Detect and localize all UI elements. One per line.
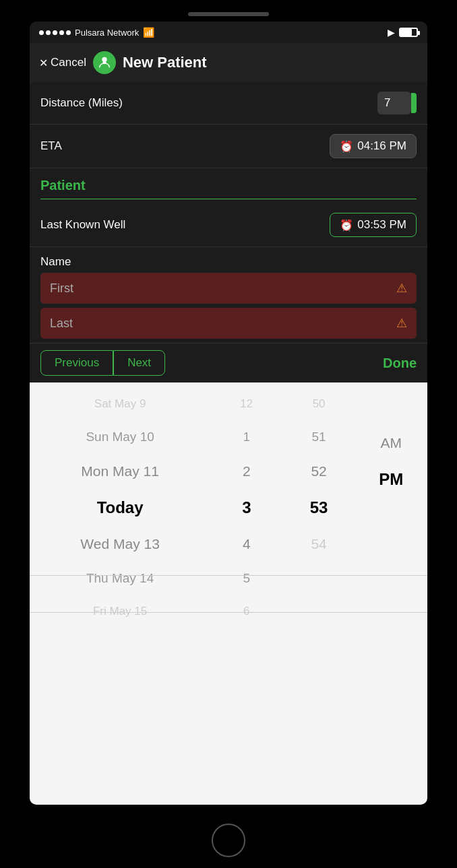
picker-hour-item[interactable]: 12 <box>210 382 282 420</box>
page-title: New Patient <box>123 54 207 71</box>
picker-ampm-item[interactable] <box>355 517 427 536</box>
dot1 <box>39 30 44 35</box>
eta-time-value: 04:16 PM <box>357 139 406 153</box>
picker-date-item[interactable]: Thu May 14 <box>30 562 210 595</box>
clock-icon-eta: ⏰ <box>340 140 353 153</box>
last-known-well-value: 03:53 PM <box>357 218 406 232</box>
picker-ampm-item[interactable] <box>355 536 427 555</box>
warning-icon-last: ⚠ <box>396 316 407 331</box>
dot3 <box>53 30 57 35</box>
distance-number: 7 <box>384 96 390 110</box>
picker-hour-item[interactable]: 2 <box>210 454 282 489</box>
status-right: ▶ <box>388 27 418 38</box>
next-button[interactable]: Next <box>113 350 165 376</box>
picker-selection-overlay <box>355 575 427 613</box>
picker-ampm-item[interactable]: AM <box>355 426 427 461</box>
name-label-text: Name <box>40 255 71 268</box>
location-arrow-icon: ▶ <box>388 27 395 38</box>
name-section-label: Name <box>30 247 427 273</box>
picker-hour-column[interactable]: 12 1 2 3 4 5 6 <box>210 382 282 805</box>
picker-minute-item[interactable] <box>282 580 355 599</box>
first-name-row: First ⚠ <box>30 273 427 308</box>
last-known-well-button[interactable]: ⏰ 03:53 PM <box>330 213 417 237</box>
picker-minute-column[interactable]: 50 51 52 53 54 <box>282 382 355 805</box>
picker-minute-item[interactable]: 50 <box>282 382 355 420</box>
warning-icon-first: ⚠ <box>396 281 407 296</box>
clock-icon-lkw: ⏰ <box>340 219 353 232</box>
picker-minute-item-selected[interactable]: 53 <box>282 489 355 527</box>
phone-frame: Pulsara Network 📶 ▶ ✕ Cancel <box>0 0 457 868</box>
last-name-row: Last ⚠ <box>30 308 427 343</box>
picker-hour-item[interactable]: 1 <box>210 420 282 454</box>
dot5 <box>66 30 71 35</box>
signal-dots <box>39 30 71 35</box>
first-name-input[interactable]: First ⚠ <box>40 273 417 304</box>
eta-time-button[interactable]: ⏰ 04:16 PM <box>330 134 417 158</box>
distance-green-bar <box>411 93 417 113</box>
phone-screen: Pulsara Network 📶 ▶ ✕ Cancel <box>30 22 427 805</box>
last-name-placeholder: Last <box>50 316 73 331</box>
picker-ampm-item-selected[interactable]: PM <box>355 461 427 498</box>
last-known-well-row: Last Known Well ⏰ 03:53 PM <box>30 203 427 247</box>
last-known-well-label: Last Known Well <box>40 218 125 232</box>
previous-button[interactable]: Previous <box>40 350 113 376</box>
last-name-input[interactable]: Last ⚠ <box>40 308 417 339</box>
bottom-toolbar: Previous Next Done <box>30 343 427 382</box>
cancel-label: Cancel <box>51 56 86 69</box>
cancel-x-icon: ✕ <box>39 57 48 69</box>
section-title: Patient <box>40 178 417 199</box>
picker-date-item-selected[interactable]: Today <box>30 489 210 527</box>
notch-bar <box>188 12 269 16</box>
picker-date-item[interactable]: Wed May 13 <box>30 527 210 562</box>
cancel-button[interactable]: ✕ Cancel <box>39 56 86 69</box>
form-area: Distance (Miles) 7 ETA ⏰ 04:16 PM <box>30 82 427 168</box>
picker-inner: Sat May 9 Sun May 10 Mon May 11 Today We… <box>30 382 427 805</box>
carrier-label: Pulsara Network <box>75 28 139 38</box>
section-header: Patient <box>30 168 427 203</box>
battery-icon <box>399 28 418 37</box>
picker-hour-item[interactable]: 4 <box>210 527 282 562</box>
picker-date-item[interactable]: Sat May 9 <box>30 382 210 420</box>
done-button[interactable]: Done <box>383 356 417 371</box>
eta-row: ETA ⏰ 04:16 PM <box>30 125 427 168</box>
status-bar: Pulsara Network 📶 ▶ <box>30 22 427 43</box>
dot4 <box>59 30 64 35</box>
battery-fill <box>400 29 412 36</box>
patient-icon <box>93 51 116 74</box>
picker-hour-item[interactable]: 6 <box>210 595 282 628</box>
picker-hour-item-selected[interactable]: 3 <box>210 489 282 527</box>
picker-ampm-column[interactable]: AM PM <box>355 382 427 805</box>
distance-value[interactable]: 7 <box>377 92 411 114</box>
app-header: ✕ Cancel New Patient <box>30 43 427 82</box>
first-name-placeholder: First <box>50 281 73 296</box>
picker-minute-item[interactable]: 52 <box>282 454 355 489</box>
picker-date-column[interactable]: Sat May 9 Sun May 10 Mon May 11 Today We… <box>30 382 210 805</box>
picker-date-item[interactable]: Fri May 15 <box>30 595 210 628</box>
distance-label: Distance (Miles) <box>40 96 123 110</box>
picker-minute-item[interactable] <box>282 562 355 580</box>
picker-date-item[interactable]: Mon May 11 <box>30 454 210 489</box>
picker-date-item[interactable]: Sun May 10 <box>30 420 210 454</box>
date-time-picker[interactable]: Sat May 9 Sun May 10 Mon May 11 Today We… <box>30 382 427 805</box>
distance-row: Distance (Miles) 7 <box>30 82 427 125</box>
eta-label: ETA <box>40 139 62 153</box>
picker-ampm-item[interactable] <box>355 382 427 407</box>
picker-ampm-item[interactable] <box>355 498 427 517</box>
wifi-icon: 📶 <box>143 27 154 38</box>
picker-minute-item[interactable]: 54 <box>282 527 355 562</box>
picker-ampm-item[interactable] <box>355 407 427 426</box>
home-button[interactable] <box>212 824 245 857</box>
picker-hour-item[interactable]: 5 <box>210 562 282 595</box>
dot2 <box>46 30 51 35</box>
svg-point-0 <box>102 57 106 62</box>
status-left: Pulsara Network 📶 <box>39 27 154 38</box>
picker-minute-item[interactable]: 51 <box>282 420 355 454</box>
